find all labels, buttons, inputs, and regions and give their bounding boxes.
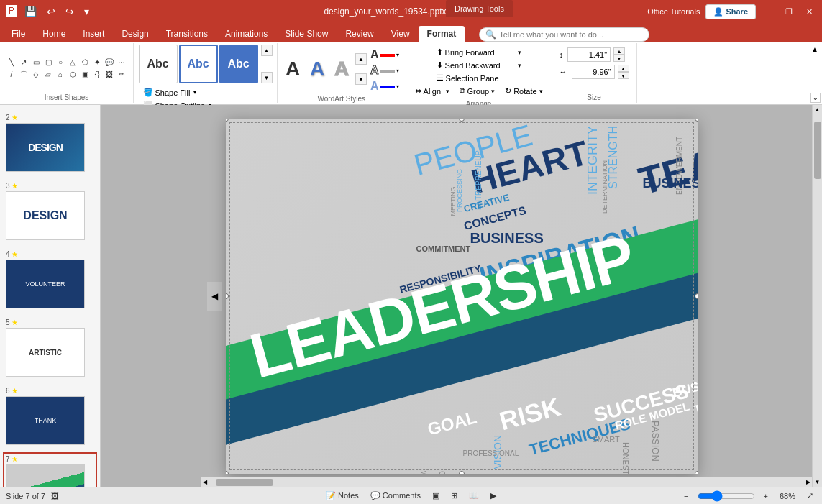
close-button[interactable]: ✕: [802, 4, 816, 19]
notes-button[interactable]: 📝 Notes: [323, 490, 362, 502]
text-outline-arrow[interactable]: ▾: [396, 68, 399, 74]
rotate-button[interactable]: ↻ Rotate ▾: [501, 85, 547, 97]
text-fill-button[interactable]: A ▾: [368, 47, 401, 62]
scrollbar-left[interactable]: ◀: [201, 479, 209, 485]
style-scroll-down[interactable]: ▼: [261, 72, 273, 83]
shape-frame[interactable]: ▣: [79, 69, 91, 81]
view-slide-sorter[interactable]: ⊞: [448, 490, 460, 502]
zoom-slider[interactable]: [698, 490, 755, 502]
shape-picture[interactable]: 🖼: [104, 69, 115, 81]
height-input[interactable]: [567, 47, 611, 62]
zoom-out-button[interactable]: −: [681, 490, 691, 502]
minimize-button[interactable]: −: [762, 4, 776, 19]
handle-ml[interactable]: [226, 293, 229, 299]
text-fill-arrow[interactable]: ▾: [396, 52, 399, 58]
shape-callout[interactable]: 💬: [104, 57, 115, 68]
shape-circle[interactable]: ○: [55, 57, 66, 68]
rotate-arrow[interactable]: ▾: [539, 88, 543, 95]
qat-save[interactable]: 💾: [22, 4, 40, 19]
collapse-ribbon-button[interactable]: ▲: [808, 42, 822, 56]
view-normal[interactable]: ▣: [429, 490, 442, 502]
shape-diamond[interactable]: ◇: [30, 69, 42, 81]
width-up[interactable]: ▲: [618, 65, 629, 72]
text-effects-button[interactable]: A ▾: [368, 79, 401, 93]
help-search-input[interactable]: [499, 30, 643, 39]
selection-pane-button[interactable]: ☰ Selection Pane: [432, 72, 526, 84]
shape-pentagon[interactable]: ⬠: [79, 57, 91, 68]
style-scroll-up[interactable]: ▲: [261, 45, 273, 56]
wordart-style-1[interactable]: A: [282, 53, 303, 85]
tab-slideshow[interactable]: Slide Show: [276, 26, 337, 42]
slide-thumb-7[interactable]: 7 ★ LEADERSHIP: [3, 452, 97, 487]
shape-right-angle[interactable]: △: [67, 57, 78, 68]
scrollbar-h-thumb[interactable]: [216, 479, 273, 486]
scrollbar-down[interactable]: ▼: [813, 477, 822, 487]
scrollbar-up[interactable]: ▲: [813, 105, 822, 114]
shape-parallelogram[interactable]: ▱: [42, 69, 54, 81]
wordart-style-3[interactable]: A: [331, 53, 352, 85]
style-preview-1[interactable]: Abc: [139, 45, 178, 83]
slide-thumb-5[interactable]: 5 ★ ARTISTIC: [3, 316, 97, 380]
group-button[interactable]: ⧉ Group ▾: [455, 85, 500, 97]
shape-curve[interactable]: ⌒: [18, 69, 29, 81]
shape-more[interactable]: ⋯: [116, 57, 127, 68]
wordart-style-2[interactable]: A: [306, 53, 328, 85]
restore-button[interactable]: ❐: [782, 4, 796, 19]
office-tutorials-link[interactable]: Office Tutorials: [647, 7, 700, 16]
send-backward-arrow[interactable]: ▾: [518, 62, 521, 69]
share-button[interactable]: 👤 Share: [705, 4, 756, 19]
send-backward-button[interactable]: ⬇ Send Backward ▾: [432, 59, 526, 71]
slide-thumb-3[interactable]: 3 ★ DESIGN: [3, 179, 97, 243]
slide-thumb-4[interactable]: 4 ★ VOLUNTEER: [3, 247, 97, 311]
tab-transitions[interactable]: Transitions: [157, 26, 216, 42]
shape-line[interactable]: ╲: [6, 57, 17, 68]
align-arrow[interactable]: ▾: [446, 88, 449, 95]
bring-forward-arrow[interactable]: ▾: [518, 49, 521, 56]
slide-thumb-2[interactable]: 2 ★ DESIGN: [3, 111, 97, 175]
text-effects-arrow[interactable]: ▾: [396, 83, 399, 90]
shape-fill-button[interactable]: 🪣 Shape Fill ▾: [139, 86, 273, 98]
tab-design[interactable]: Design: [113, 26, 157, 42]
tab-view[interactable]: View: [383, 26, 419, 42]
view-reading[interactable]: 📖: [466, 490, 482, 502]
group-arrow[interactable]: ▾: [491, 88, 495, 95]
shape-rounded-rect[interactable]: ▢: [42, 57, 54, 68]
canvas-scroll-left[interactable]: ◀: [207, 282, 222, 311]
help-search[interactable]: 🔍: [472, 27, 657, 42]
handle-tm[interactable]: [459, 119, 465, 122]
bring-forward-button[interactable]: ⬆ Bring Forward ▾: [432, 46, 526, 58]
style-preview-3[interactable]: Abc: [219, 45, 258, 83]
zoom-level[interactable]: 68%: [777, 490, 798, 502]
scrollbar-right[interactable]: ▶: [805, 479, 812, 485]
tab-home[interactable]: Home: [34, 26, 74, 42]
shape-edit[interactable]: ✏: [116, 69, 127, 81]
shape-hex[interactable]: ⬡: [67, 69, 78, 81]
width-down[interactable]: ▼: [618, 72, 629, 79]
tab-file[interactable]: File: [3, 26, 34, 42]
text-outline-button[interactable]: A ▾: [368, 63, 401, 78]
qat-customize[interactable]: ▾: [81, 4, 92, 19]
size-expand[interactable]: ⌄: [810, 93, 821, 103]
view-slideshow[interactable]: ▶: [488, 490, 499, 502]
tab-animations[interactable]: Animations: [216, 26, 276, 42]
fill-arrow[interactable]: ▾: [193, 89, 196, 96]
comments-button[interactable]: 💬 Comments: [367, 490, 424, 502]
slide-thumb-6[interactable]: 6 ★ THANK: [3, 384, 97, 448]
tab-review[interactable]: Review: [337, 26, 382, 42]
fit-screen-button[interactable]: ⤢: [804, 490, 816, 502]
height-up[interactable]: ▲: [613, 47, 625, 55]
wordart-scroll-down[interactable]: ▼: [355, 73, 367, 85]
handle-mr[interactable]: [695, 293, 698, 299]
shape-brace[interactable]: {}: [91, 69, 103, 81]
zoom-in-button[interactable]: +: [761, 490, 771, 502]
height-down[interactable]: ▼: [613, 55, 625, 62]
qat-redo[interactable]: ↪: [63, 4, 77, 19]
tab-format[interactable]: Format: [419, 26, 465, 42]
wordart-scroll-up[interactable]: ▲: [355, 53, 367, 65]
handle-bm[interactable]: [459, 471, 465, 474]
align-button[interactable]: ⇔ Align ▾: [411, 85, 454, 97]
shape-line2[interactable]: /: [6, 69, 17, 81]
shape-star[interactable]: ✦: [91, 57, 103, 68]
shape-arrow[interactable]: ↗: [18, 57, 29, 68]
qat-undo[interactable]: ↩: [44, 4, 58, 19]
